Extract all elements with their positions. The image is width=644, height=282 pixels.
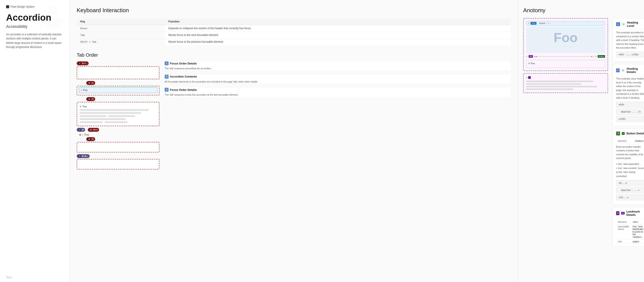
anatomy-content-lines-4 [526, 80, 605, 90]
detail-text-2: This example uses heading level 3 so it … [616, 77, 644, 100]
desc-card-header-2: 2 Accordion Contents [165, 75, 511, 78]
keyboard-table: Key Function Enter Expands or collapses … [77, 18, 511, 45]
detail-card-header-1: 1 ⊟ Heading Level [616, 21, 644, 29]
desc-title-2: Accordion Contents [170, 75, 197, 78]
content-line [108, 115, 135, 117]
anatomy-details-section: 1 ⊟ Heading Level The example accordion … [612, 18, 644, 249]
function-enter: Expands or collapses the section of the … [165, 25, 511, 32]
sidebar-footer: Tanzu [6, 276, 12, 278]
key-tab: Tab [77, 32, 165, 38]
note-type-badge-2: ⊟ [621, 69, 625, 72]
detail-card-header-3: 3 ● Button Details [616, 132, 644, 137]
anatomy-foo-text: Foo [530, 31, 602, 44]
content-line [80, 112, 141, 114]
post-focus-box [77, 142, 160, 152]
content-line [80, 121, 103, 123]
function-tab: Moves focus to the next focusable elemen… [165, 32, 511, 38]
badge-row-tab3n: 2 ⊟ ⊟ #3+n [77, 128, 160, 132]
table-row: Tab Moves focus to the next focusable el… [77, 32, 511, 38]
badge-row-tab1: ⊟ #1 [77, 81, 160, 85]
content-line-group [80, 121, 156, 123]
svg-line-2 [41, 19, 45, 26]
detail-card-heading-level: 1 ⊟ Heading Level The example accordion … [612, 18, 644, 62]
foo-dot-row: Foo [79, 133, 160, 136]
svg-point-1 [45, 18, 62, 29]
button-code-block: <h...> <button ... > </h...> [616, 180, 644, 200]
desc-card-1: 1 Focus Order Details The 'tab' sequence… [165, 62, 511, 70]
button-badge: Button [598, 55, 605, 58]
badge-row-tab4: ⊟ #4 [77, 137, 160, 141]
tab-order-section: Tab Order 1 ⊟ #... [77, 52, 511, 171]
element-label: element [616, 220, 631, 224]
accessible-name-label: accessible name [616, 224, 631, 239]
table-row: accessible name Use `aria-labelledby` to… [616, 224, 644, 239]
foo-label: Foo [83, 89, 88, 92]
focus-badge-tab1: ⊟ #1 [86, 81, 95, 85]
desc-card-header-3: 3 Focus Order Details [165, 88, 511, 92]
accordion-header-foo: Foo [79, 87, 157, 93]
note-num: 1 [528, 22, 529, 24]
content-line [526, 83, 581, 85]
badge-row-1: 1 ⊟ #... [77, 62, 160, 65]
dot-orange-icon [79, 134, 81, 136]
foo-label-2: Foo [84, 133, 89, 136]
element-label: element [616, 139, 633, 143]
content-line [80, 118, 126, 120]
detail-text-3: Each accordion header contains a button … [616, 145, 644, 160]
detail-card-button-details: 3 ● Button Details element <button> Each… [612, 129, 644, 204]
detail-badge-1: 1 [616, 22, 620, 26]
tab-order-descriptions: 1 Focus Order Details The 'tab' sequence… [165, 62, 511, 171]
detail-badge-3: 3 [616, 132, 620, 136]
code-block-2b: <button ... /> [616, 109, 644, 115]
table-row: Shift + Tab Moves focus to the previous … [77, 38, 511, 45]
desc-badge-3: 3 [165, 88, 168, 92]
content-line [80, 115, 106, 117]
key-shift-tab: Shift + Tab [77, 38, 165, 45]
detail-card-landmark: 4 ⊟ Landmark Details element <div> acces… [612, 207, 644, 247]
anatomy-outer-box: 1 Note Foo [523, 18, 608, 71]
desc-text-3: The 'tab' sequence exists the accordion … [165, 93, 511, 97]
detail-table-3: element <button> [616, 139, 644, 143]
detail-table-4: element <div> accessible name Use `aria-… [616, 220, 644, 244]
code-block-3a: <h...> [616, 180, 644, 186]
detail-text-1: The example accordion is contained in a … [616, 31, 644, 50]
h3-badge: h3 [528, 55, 533, 58]
role-label: role [616, 239, 631, 244]
function-shift-tab: Moves focus to the previous focusable el… [165, 38, 511, 45]
chevron-right-icon [81, 89, 82, 92]
bullet-1: • Use `aria-expanded`. [616, 162, 644, 166]
dot-icon [544, 23, 545, 24]
detail-card-header-4: 4 ⊟ Landmark Details [616, 210, 644, 218]
badge-row-tab2: ⊟ #2 [77, 97, 160, 101]
anatomy-section4-box: 4 [523, 73, 608, 93]
section4-header: 4 [526, 76, 605, 79]
table-row: role region [616, 239, 644, 244]
chevron-right-icon [82, 133, 83, 136]
button-detail-text: Each accordion header contains a button … [616, 145, 644, 178]
center-panel: Keyboard Interaction Key Function Enter … [70, 0, 518, 282]
detail-title-1: Heading Level [627, 21, 644, 28]
code-block-2c: </h3> [616, 116, 644, 122]
code-block-1: <h2> ... </h2> [616, 52, 644, 58]
avatar [40, 4, 66, 30]
desc-card-3: 3 Focus Order Details The 'tab' sequence… [165, 88, 511, 97]
focus-group-pre: 1 ⊟ #... [77, 62, 160, 79]
content-line [526, 86, 597, 87]
dots-between [534, 56, 594, 57]
detail-title-2: Heading Details [626, 67, 644, 74]
detail-badge-2: 2 [616, 68, 620, 72]
keyboard-section: Keyboard Interaction Key Function Enter … [77, 7, 511, 45]
sidebar: Fleet Design System Accordion Accessibil… [0, 0, 70, 282]
detail-card-heading-details: 2 ⊟ Heading Details This example uses he… [612, 64, 644, 126]
fleet-logo-icon [6, 5, 9, 8]
anatomy-title: Anotomy [523, 7, 639, 14]
svg-point-0 [48, 6, 58, 16]
focus-badge-tab2: ⊟ #2 [86, 97, 95, 101]
foo-expanded-label: Foo [83, 105, 87, 108]
page-description: An accordion is a collection of vertical… [6, 32, 64, 49]
expanded-header: ∨ Foo [80, 105, 156, 108]
desc-title-3: Focus Order Details [170, 88, 197, 92]
post-final-box [77, 159, 160, 170]
role-value: region [631, 239, 644, 244]
detail-title-3: Button Details [626, 132, 644, 135]
